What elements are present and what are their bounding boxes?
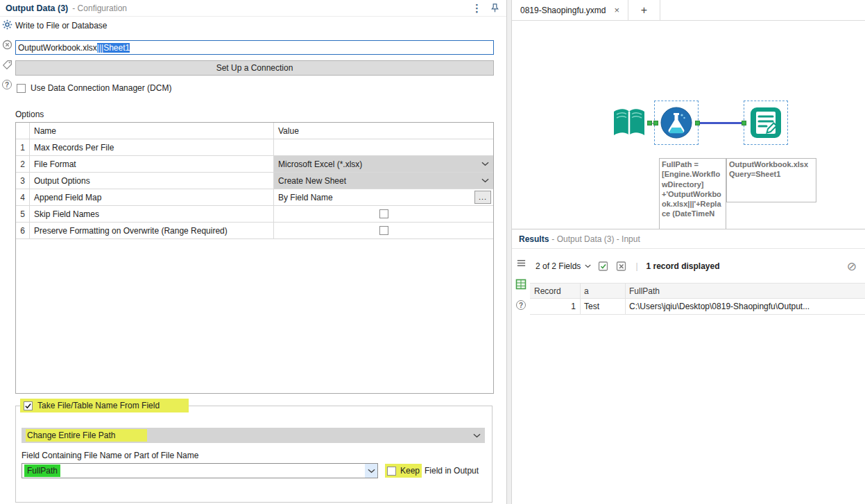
output-anchor[interactable] bbox=[695, 121, 700, 125]
formula-annotation[interactable]: FullPath = [Engine.WorkflowDirectory] +'… bbox=[659, 158, 726, 229]
results-help-icon[interactable]: ? bbox=[516, 300, 526, 310]
tag-icon[interactable] bbox=[2, 60, 12, 70]
results-toolbar: 2 of 2 Fields | bbox=[530, 250, 865, 283]
output-options-value: Create New Sheet bbox=[278, 176, 346, 186]
config-content: Write to File or Database OutputWorkbook… bbox=[14, 17, 501, 504]
config-icon-rail: ? bbox=[0, 19, 14, 89]
chevron-down-icon bbox=[585, 264, 591, 268]
formula-tool[interactable] bbox=[659, 105, 694, 142]
dcm-label: Use Data Connection Manager (DCM) bbox=[31, 83, 171, 93]
record-cell[interactable]: 1 bbox=[530, 299, 581, 314]
row-number: 3 bbox=[16, 173, 30, 189]
connection-wire-selected bbox=[699, 122, 744, 124]
gear-icon[interactable] bbox=[2, 19, 12, 30]
output-anchor[interactable] bbox=[647, 121, 652, 125]
file-path-selected-text: |||Sheet1 bbox=[97, 43, 130, 53]
output-data-tool[interactable] bbox=[748, 105, 783, 142]
preserve-formatting-checkbox[interactable] bbox=[379, 226, 388, 235]
input-data-tool[interactable] bbox=[611, 107, 647, 141]
output-options-dropdown[interactable]: Create New Sheet bbox=[274, 173, 493, 189]
close-tab-icon[interactable]: × bbox=[614, 6, 619, 15]
keep-field-label-rest: Field in Output bbox=[422, 466, 479, 476]
table-row: 4 Append Field Map By Field Name ... bbox=[16, 189, 493, 206]
workflow-canvas[interactable]: FullPath = [Engine.WorkflowDirectory] +'… bbox=[512, 21, 865, 229]
no-limit-icon[interactable]: ⊘ bbox=[847, 261, 857, 272]
row-number-header bbox=[16, 123, 30, 139]
workflow-tab[interactable]: 0819-Shaopingfu.yxmd × bbox=[512, 0, 628, 20]
file-path-text: OutputWorkbook.xlsx bbox=[18, 43, 97, 53]
select-all-fields-icon[interactable] bbox=[598, 261, 609, 272]
output-annotation[interactable]: OutputWorkbook.xlsx Query=Sheet1 bbox=[726, 158, 816, 202]
skip-field-names-checkbox[interactable] bbox=[379, 209, 388, 218]
panel-menu-icon[interactable]: ⋮ bbox=[472, 3, 482, 13]
table-row: 1 Max Records Per File bbox=[16, 139, 493, 156]
pin-icon[interactable] bbox=[490, 3, 499, 13]
chevron-down-icon bbox=[481, 162, 489, 166]
option-name: Preserve Formatting on Overwrite (Range … bbox=[30, 223, 274, 238]
results-icon-rail: ? bbox=[512, 258, 530, 310]
take-filename-checkbox-row[interactable]: Take File/Table Name From Field bbox=[20, 399, 189, 412]
table-row: 2 File Format Microsoft Excel (*.xlsx) bbox=[16, 156, 493, 173]
results-table-row[interactable]: 1 Test C:\Users\jqiu\Desktop\0819-Shaopi… bbox=[530, 299, 865, 315]
a-cell[interactable]: Test bbox=[581, 299, 626, 314]
keep-field-checkbox[interactable] bbox=[387, 467, 396, 476]
name-column-header: Name bbox=[30, 123, 274, 139]
option-name: Output Options bbox=[30, 173, 274, 189]
table-view-icon[interactable] bbox=[515, 279, 526, 290]
append-field-map-ellipsis-button[interactable]: ... bbox=[474, 191, 491, 204]
results-table: Record a FullPath 1 Test C:\Users\jqiu\D… bbox=[530, 283, 865, 315]
fields-summary: 2 of 2 Fields bbox=[536, 261, 581, 271]
field-name-value: FullPath bbox=[24, 464, 60, 477]
results-table-header: Record a FullPath bbox=[530, 283, 865, 299]
new-tab-button[interactable]: + bbox=[628, 0, 660, 20]
fullpath-cell[interactable]: C:\Users\jqiu\Desktop\0819-Shaopingfu\Ou… bbox=[626, 299, 865, 314]
dcm-checkbox[interactable] bbox=[17, 84, 26, 93]
take-filename-checkbox[interactable] bbox=[24, 401, 33, 410]
configuration-panel-header: Output Data (3) - Configuration ⋮ bbox=[0, 0, 506, 17]
dropdown-chevron-zone[interactable] bbox=[365, 464, 377, 478]
output-file-input[interactable]: OutputWorkbook.xlsx|||Sheet1 bbox=[15, 40, 494, 55]
write-to-file-label: Write to File or Database bbox=[15, 21, 108, 31]
cancel-circle-icon[interactable] bbox=[2, 40, 12, 50]
a-column-header[interactable]: a bbox=[581, 284, 626, 298]
option-name: Skip Field Names bbox=[30, 206, 274, 222]
file-path-mode-dropdown[interactable]: Change Entire File Path bbox=[22, 428, 485, 443]
table-row: 3 Output Options Create New Sheet bbox=[16, 173, 493, 189]
setup-connection-button[interactable]: Set Up a Connection bbox=[15, 60, 494, 76]
workflow-tab-bar: 0819-Shaopingfu.yxmd × + bbox=[512, 0, 865, 21]
panel-splitter[interactable] bbox=[507, 0, 512, 504]
keep-field-row[interactable]: Keep Field in Output bbox=[385, 464, 479, 478]
record-column-header[interactable]: Record bbox=[530, 284, 581, 298]
row-number: 1 bbox=[16, 139, 30, 155]
take-filename-label: Take File/Table Name From Field bbox=[37, 401, 160, 410]
max-records-value-cell[interactable] bbox=[274, 139, 493, 155]
fields-dropdown[interactable]: 2 of 2 Fields bbox=[536, 261, 591, 271]
take-filename-groupbox: Take File/Table Name From Field Change E… bbox=[15, 406, 493, 503]
list-view-icon[interactable] bbox=[516, 258, 526, 268]
file-format-dropdown[interactable]: Microsoft Excel (*.xlsx) bbox=[274, 156, 493, 172]
options-label: Options bbox=[15, 110, 44, 119]
config-panel-subtitle: - Configuration bbox=[72, 3, 127, 13]
alteryx-designer-window: Output Data (3) - Configuration ⋮ bbox=[0, 0, 865, 504]
options-table-header: Name Value bbox=[16, 123, 493, 139]
value-column-header: Value bbox=[274, 126, 299, 136]
output-annotation-line2: Query=Sheet1 bbox=[729, 169, 814, 179]
field-name-dropdown[interactable]: FullPath bbox=[22, 463, 378, 478]
chevron-down-icon bbox=[368, 469, 375, 473]
input-anchor[interactable] bbox=[653, 121, 658, 125]
options-table: Name Value 1 Max Records Per File 2 File… bbox=[15, 122, 494, 394]
help-icon[interactable]: ? bbox=[2, 80, 12, 89]
workflow-area: 0819-Shaopingfu.yxmd × + bbox=[512, 0, 865, 504]
output-data-icon bbox=[748, 105, 783, 140]
deselect-fields-icon[interactable] bbox=[616, 261, 627, 272]
results-subtitle: - Output Data (3) - Input bbox=[551, 234, 640, 244]
row-number: 4 bbox=[16, 189, 30, 205]
field-selection-row: FullPath Keep Field in Output bbox=[22, 463, 479, 478]
dcm-checkbox-row[interactable]: Use Data Connection Manager (DCM) bbox=[17, 83, 171, 93]
file-path-mode-value: Change Entire File Path bbox=[26, 429, 147, 442]
setup-connection-label: Set Up a Connection bbox=[216, 63, 293, 73]
check-icon bbox=[24, 402, 32, 410]
fullpath-column-header[interactable]: FullPath bbox=[626, 284, 865, 298]
input-anchor[interactable] bbox=[742, 121, 746, 125]
row-number: 6 bbox=[16, 223, 30, 238]
